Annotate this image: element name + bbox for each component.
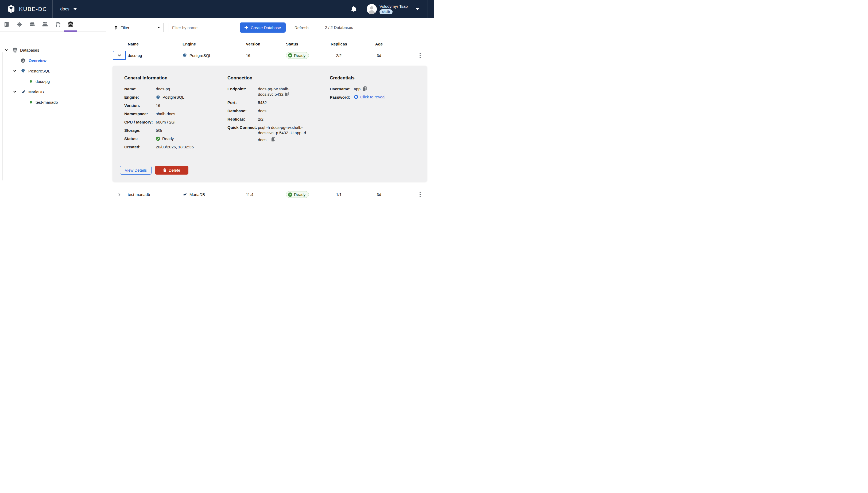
delete-label: Delete <box>169 168 180 172</box>
namespace-dropdown[interactable]: docs <box>52 0 85 18</box>
column-replicas: Replicas <box>315 42 363 46</box>
row-actions-kebab-icon[interactable] <box>419 191 422 198</box>
field-value: app <box>354 87 360 91</box>
sidebar-scrollbar[interactable] <box>2 52 3 180</box>
kube-dc-logo-icon <box>7 5 15 13</box>
navbar-divider <box>362 0 362 18</box>
field-label: Status: <box>124 136 156 142</box>
create-database-button[interactable]: Create Database <box>240 22 286 33</box>
avatar <box>366 4 377 14</box>
check-circle-icon <box>288 193 292 197</box>
field-value: Ready <box>162 136 174 142</box>
status-label: Ready <box>294 53 306 58</box>
tree-item-overview[interactable]: Overview <box>21 57 46 64</box>
tree-item-docs-pg[interactable]: docs-pg <box>30 78 50 85</box>
field-value: 5432 <box>258 100 267 105</box>
notifications-bell-icon[interactable] <box>351 5 359 13</box>
row-actions-kebab-icon[interactable] <box>419 51 422 59</box>
filter-funnel-icon <box>114 26 118 30</box>
user-name: Volodymyr Tsap <box>379 4 408 8</box>
refresh-button[interactable]: Refresh <box>294 22 309 33</box>
status-badge: Ready <box>286 191 309 198</box>
tree-item-label: Overview <box>28 58 46 63</box>
tab-network[interactable] <box>39 18 51 31</box>
tab-catalog[interactable] <box>0 18 13 31</box>
app-title: KUBE-DC <box>19 6 47 12</box>
cell-name: docs-pg <box>128 53 182 58</box>
general-information-section: General Information Name:docs-pg Engine:… <box>124 76 227 153</box>
password-reveal-button[interactable]: Click to reveal <box>354 95 385 99</box>
field-value: psql -h docs-pg-rw.shalb-docs.svc -p 543… <box>258 125 306 142</box>
tree-item-label: test-mariadb <box>36 100 58 105</box>
copy-quick-connect-icon[interactable] <box>271 137 275 142</box>
field-label: Port: <box>227 100 258 105</box>
tree-item-label: PostgreSQL <box>28 69 50 73</box>
cell-engine: MariaDB <box>190 192 205 197</box>
chevron-down-icon <box>13 90 16 93</box>
column-engine: Engine <box>182 42 246 46</box>
filter-dropdown-label: Filter <box>120 25 129 30</box>
mariadb-icon <box>21 90 25 94</box>
plus-icon <box>245 26 248 29</box>
status-dot-icon <box>30 80 32 83</box>
status-dot-icon <box>30 101 32 104</box>
main-content: Filter Create Database Refresh 2 / 2 Dat… <box>106 18 434 246</box>
trash-icon <box>163 168 166 172</box>
postgresql-icon <box>21 69 25 73</box>
field-label: Engine: <box>124 95 156 100</box>
field-label: Quick Connect: <box>227 125 258 143</box>
copy-username-icon[interactable] <box>363 86 366 91</box>
credentials-section: Credentials Username: app Password: <box>330 76 427 153</box>
tree-item-postgresql[interactable]: PostgreSQL <box>13 67 50 74</box>
tree-item-databases[interactable]: Databases <box>5 46 39 54</box>
expand-row-button[interactable] <box>113 190 126 199</box>
check-circle-icon <box>288 53 292 58</box>
field-value: 16 <box>156 103 160 108</box>
field-label: Endpoint: <box>227 86 258 97</box>
tab-databases[interactable] <box>64 18 77 31</box>
user-org-badge: shalb <box>379 9 393 14</box>
table-row: test-mariadb MariaDB 11.4 Ready 1/1 3d <box>106 188 434 201</box>
chevron-down-icon <box>5 48 8 51</box>
field-label: Name: <box>124 86 156 92</box>
field-value: docs <box>258 108 266 114</box>
password-reveal-label: Click to reveal <box>360 95 385 99</box>
tree-item-test-mariadb[interactable]: test-mariadb <box>30 99 58 106</box>
cell-age: 3d <box>363 53 395 58</box>
connection-section: Connection Endpoint: docs-pg-rw.shalb-do… <box>227 76 330 153</box>
cell-replicas: 1/1 <box>315 192 363 197</box>
field-label: Password: <box>330 95 354 101</box>
chevron-down-icon <box>13 69 16 72</box>
tree-item-label: Databases <box>20 48 39 52</box>
tab-kubernetes[interactable] <box>13 18 26 31</box>
postgresql-icon <box>182 53 187 58</box>
top-navbar: KUBE-DC docs Volodymyr Tsap shalb <box>0 0 434 18</box>
toolbar-divider <box>318 23 318 31</box>
cell-version: 16 <box>246 53 286 58</box>
filter-by-name-input[interactable] <box>169 23 235 33</box>
delete-button[interactable]: Delete <box>155 166 188 175</box>
gauge-icon <box>21 58 25 63</box>
column-age: Age <box>363 42 395 46</box>
column-name: Name <box>128 42 182 46</box>
field-label: Storage: <box>124 128 156 133</box>
postgresql-icon <box>156 95 160 100</box>
cell-engine: PostgreSQL <box>190 53 212 58</box>
mariadb-icon <box>182 192 187 197</box>
collapse-row-button[interactable] <box>113 51 126 60</box>
field-label: Database: <box>227 108 258 114</box>
user-menu[interactable]: Volodymyr Tsap shalb <box>366 0 419 18</box>
field-value: PostgreSQL <box>162 95 184 100</box>
tab-virtual-machines[interactable] <box>26 18 39 31</box>
tab-buckets[interactable] <box>51 18 64 31</box>
network-icon <box>42 22 48 27</box>
table-row: docs-pg PostgreSQL 16 Ready 2/2 3d <box>106 49 434 62</box>
field-label: CPU / Memory: <box>124 120 156 125</box>
table-header: Name Engine Version Status Replicas Age <box>106 39 434 49</box>
cell-version: 11.4 <box>246 192 286 197</box>
copy-endpoint-icon[interactable] <box>285 92 289 96</box>
view-details-button[interactable]: View Details <box>120 166 152 175</box>
database-icon <box>13 48 17 53</box>
filter-dropdown[interactable]: Filter <box>111 23 163 33</box>
tree-item-mariadb[interactable]: MariaDB <box>13 88 44 95</box>
